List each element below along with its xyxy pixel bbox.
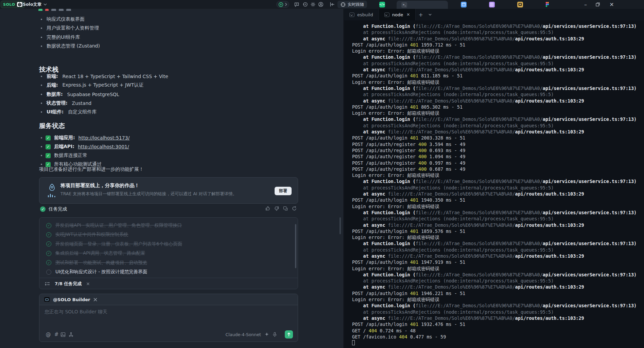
panel-scrollbar[interactable] bbox=[340, 217, 341, 234]
terminal-tab-node[interactable]: node✕ bbox=[379, 9, 416, 20]
task-row: ✓实现JWT认证中间件和权限控制系统 bbox=[46, 231, 284, 238]
terminal-line: at processTicksAndRejections (node:inter… bbox=[352, 216, 644, 222]
bullet-dot bbox=[41, 146, 42, 147]
localhost-link[interactable]: http://localhost:5173/ bbox=[79, 135, 130, 141]
terminal-line: at processTicksAndRejections (node:inter… bbox=[352, 60, 644, 67]
list-item: ✓前端应用:http://localhost:5173/ bbox=[41, 133, 299, 142]
terminal-line: GET /favicon.ico 404 0.477 ms - 59 bbox=[352, 334, 644, 340]
terminal-line: Login error: Error: 邮箱或密码错误 bbox=[352, 79, 644, 85]
send-button[interactable] bbox=[285, 330, 293, 338]
terminal-line: at processTicksAndRejections (node:inter… bbox=[352, 247, 644, 253]
chat-input[interactable]: 您正在与 SOLO Builder 聊天 bbox=[45, 309, 107, 315]
window-close-button[interactable]: ✕ bbox=[606, 0, 617, 9]
settings-gear-button[interactable] bbox=[310, 1, 316, 7]
terminal-line: at processTicksAndRejections (node:inter… bbox=[352, 91, 644, 97]
bullet-dot bbox=[41, 111, 42, 113]
tab-code-preview[interactable]: </> bbox=[379, 1, 385, 7]
bullet-dot bbox=[41, 103, 42, 104]
realtime-follow-toggle[interactable]: 实时跟随 bbox=[337, 1, 367, 8]
terminal-line: Login error: Error: 邮箱或密码错误 bbox=[352, 265, 644, 272]
document-title-dropdown[interactable]: Solo文章 bbox=[23, 0, 47, 9]
solo-brand-label: SOLO bbox=[3, 2, 15, 7]
tab-package-tool[interactable] bbox=[517, 1, 523, 7]
chat-input-card: @SOLO Builder 您正在与 SOLO Builder 聊天 @ # C… bbox=[39, 294, 298, 342]
terminal-line: at processTicksAndRejections (node:inter… bbox=[352, 123, 644, 129]
terminal-cursor bbox=[352, 340, 355, 345]
terminal-line: POST /api/auth/register 400 0.693 ms - 4… bbox=[352, 147, 644, 153]
copy-icon[interactable] bbox=[283, 206, 288, 211]
context-button[interactable]: # bbox=[52, 331, 60, 337]
thumbs-down-icon[interactable] bbox=[274, 206, 279, 211]
terminal-line: Login error: Error: 邮箱或密码错误 bbox=[352, 172, 644, 178]
account-button[interactable] bbox=[318, 1, 324, 7]
terminal-output[interactable]: at Function.login (file:///E:/ATrae_Demo… bbox=[352, 23, 644, 348]
terminal-line: at async file:///E:/ATrae_Demos/Solo%E6%… bbox=[352, 67, 644, 73]
collapse-left-button[interactable] bbox=[329, 1, 335, 7]
terminal-icon: >_ bbox=[401, 2, 407, 8]
service-label: 前端应用: bbox=[54, 135, 75, 141]
tab-terminal-tool[interactable]: >_ bbox=[397, 1, 448, 9]
task-text: 开发后端API - 实现认证、用户管理、角色管理、权限管理接口 bbox=[55, 222, 182, 228]
terminal-line: Login error: Error: 邮箱或密码错误 bbox=[352, 234, 644, 240]
terminal-line: POST /api/auth/login 401 1859.576 ms - 5… bbox=[352, 228, 644, 234]
close-icon[interactable] bbox=[86, 282, 90, 286]
check-icon: ✓ bbox=[46, 153, 51, 158]
terminal-line: Login error: Error: 邮箱或密码错误 bbox=[352, 203, 644, 209]
titlebar: SOLO Solo文章 实时跟随 </> >_ bbox=[0, 0, 644, 9]
bullet-dot bbox=[41, 94, 42, 95]
task-list-scrollbar[interactable] bbox=[295, 224, 296, 268]
terminal-line: at Function.login (file:///E:/ATrae_Demo… bbox=[352, 116, 644, 122]
task-pending-icon bbox=[46, 270, 51, 275]
mention-button[interactable]: @ bbox=[44, 331, 52, 337]
image-attach-button[interactable] bbox=[60, 332, 69, 337]
terminal-line: POST /api/auth/login 401 2003.328 ms - 5… bbox=[352, 135, 644, 141]
chat-toolbar: @ # Claude-4-Sonnet bbox=[39, 330, 298, 338]
refresh-icon[interactable] bbox=[292, 206, 297, 211]
arrow-up-icon bbox=[287, 332, 291, 337]
solo-robot-icon bbox=[17, 2, 22, 7]
solo-mode-badge[interactable]: SOLO bbox=[1, 1, 25, 8]
list-item: 前端: React 18 + TypeScript + Tailwind CSS… bbox=[41, 72, 299, 81]
new-chat-button[interactable] bbox=[294, 1, 300, 7]
mcp-tools-button[interactable] bbox=[69, 332, 77, 337]
deploy-status-pill[interactable] bbox=[276, 1, 289, 8]
tab-list-tool[interactable] bbox=[489, 1, 495, 7]
localhost-link[interactable]: http://localhost:3001/ bbox=[78, 144, 129, 149]
terminal-line: POST /api/auth/login 401 811.185 ms - 51 bbox=[352, 73, 644, 79]
terminal-tab-label: node bbox=[392, 12, 403, 17]
check-icon: ✓ bbox=[46, 135, 51, 141]
window-restore-button[interactable] bbox=[592, 0, 604, 9]
terminal-line: POST /api/auth/register 400 3.594 ms - 4… bbox=[352, 141, 644, 147]
figma-icon[interactable] bbox=[544, 1, 550, 7]
tech-label: 状态管理: bbox=[47, 100, 68, 106]
model-selector[interactable]: Claude-4-Sonnet bbox=[226, 332, 261, 337]
tab-browser-tool[interactable] bbox=[460, 1, 467, 7]
bullet-dot bbox=[41, 85, 42, 86]
task-done-icon: ✓ bbox=[46, 241, 51, 246]
bullet-dot bbox=[41, 76, 42, 77]
close-icon[interactable]: ✕ bbox=[406, 12, 410, 17]
task-done-icon: ✓ bbox=[46, 251, 51, 256]
terminal-line: at async file:///E:/ATrae_Demos/Solo%E6%… bbox=[352, 222, 644, 228]
terminal-line: at async file:///E:/ATrae_Demos/Solo%E6%… bbox=[352, 284, 644, 290]
deploy-button[interactable]: 部署 bbox=[275, 187, 292, 195]
terminal-line: POST /api/auth/login 401 1947.919 ms - 5… bbox=[352, 259, 644, 265]
history-button[interactable] bbox=[302, 1, 308, 7]
browser-window-icon bbox=[461, 2, 467, 7]
list-item-text: 数据状态管理 (Zustand) bbox=[47, 43, 100, 49]
microphone-icon[interactable] bbox=[273, 332, 281, 337]
terminal-line: POST /api/auth/login 401 1959.712 ms - 5… bbox=[352, 42, 644, 48]
tech-label: 数据库: bbox=[47, 91, 63, 97]
thumbs-up-icon[interactable] bbox=[265, 206, 271, 211]
list-item-text: 用户设置和个人资料管理 bbox=[47, 25, 99, 31]
follow-label: 实时跟随 bbox=[348, 2, 364, 7]
terminal-dropdown-button[interactable] bbox=[426, 9, 434, 20]
terminal-icon bbox=[349, 13, 354, 17]
document-title: Solo文章 bbox=[23, 2, 41, 7]
new-terminal-button[interactable]: + bbox=[416, 9, 426, 20]
terminal-tab-esbuild[interactable]: esbuild bbox=[344, 9, 379, 20]
window-minimize-button[interactable]: – bbox=[580, 0, 591, 9]
bullet-dot bbox=[41, 137, 42, 139]
terminal-line: Login error: Error: 邮箱或密码错误 bbox=[352, 48, 644, 54]
enhance-prompt-icon[interactable] bbox=[264, 332, 273, 337]
